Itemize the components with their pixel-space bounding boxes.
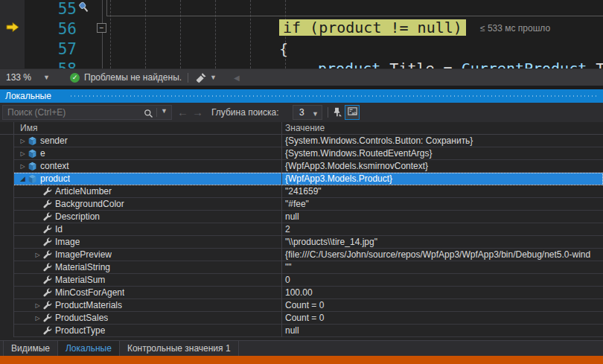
variable-row[interactable]: ▷ e {System.Windows.RoutedEventArgs} bbox=[13, 147, 603, 160]
property-icon bbox=[42, 187, 52, 197]
variable-name: Image bbox=[55, 237, 80, 247]
variable-row[interactable]: ▷ ProductMaterials Count = 0 bbox=[13, 299, 603, 312]
search-input[interactable]: Поиск (Ctrl+E) ▼ bbox=[2, 105, 172, 120]
tab-locals[interactable]: Локальные bbox=[58, 341, 120, 357]
tab-autos[interactable]: Видимые bbox=[3, 341, 58, 357]
text-format-toggle-button[interactable]: ab bbox=[345, 105, 360, 120]
variable-value[interactable]: {System.Windows.Controls.Button: Сохрани… bbox=[281, 135, 602, 147]
object-icon bbox=[28, 174, 37, 184]
property-icon bbox=[42, 237, 52, 247]
indent-guide bbox=[215, 0, 216, 68]
indent-guide bbox=[180, 0, 181, 68]
variable-row[interactable]: MaterialSum 0 bbox=[13, 274, 603, 287]
expander-icon[interactable]: ▷ bbox=[18, 163, 28, 170]
property-icon bbox=[42, 212, 52, 222]
variable-name: ArticleNumber bbox=[55, 186, 112, 197]
grid-header[interactable]: Имя Значение bbox=[0, 122, 603, 135]
variable-row[interactable]: ▷ ImagePreview {file:///C:/Users/John/so… bbox=[13, 249, 603, 261]
variable-row[interactable]: ArticleNumber "241659" bbox=[13, 185, 603, 198]
variable-value[interactable]: 2 bbox=[281, 223, 602, 235]
variable-value[interactable]: {WpfApp3.Models.Product} bbox=[281, 173, 602, 185]
variable-value[interactable]: "#fee" bbox=[281, 198, 602, 210]
search-options-caret-icon[interactable]: ▼ bbox=[161, 107, 168, 115]
variable-row[interactable]: Description null bbox=[13, 211, 603, 223]
code-editor[interactable]: 55 56 57 58 − if (product != null) ≤ 533… bbox=[0, 0, 603, 68]
property-icon bbox=[42, 199, 52, 209]
variable-value[interactable]: "241659" bbox=[281, 185, 602, 197]
variable-row[interactable]: Image "\\products\\tire_14.jpg" bbox=[13, 236, 603, 249]
line-number-55: 55 bbox=[34, 0, 77, 18]
line-number-56: 56 bbox=[34, 20, 77, 38]
indent-guide bbox=[110, 0, 111, 68]
variable-row[interactable]: ▷ ProductSales Count = 0 bbox=[13, 312, 603, 325]
object-icon bbox=[28, 149, 37, 159]
search-icon[interactable] bbox=[144, 108, 153, 121]
perf-tip[interactable]: ≤ 533 мс прошло bbox=[480, 23, 550, 33]
zoom-dropdown-caret-icon[interactable]: ▼ bbox=[43, 69, 50, 86]
current-statement-code[interactable]: if (product != null) bbox=[279, 19, 466, 36]
broom-dropdown-caret-icon[interactable]: ▼ bbox=[210, 69, 217, 86]
pin-properties-button[interactable] bbox=[331, 106, 343, 119]
variable-value[interactable]: "" bbox=[281, 261, 602, 273]
expander-icon[interactable]: ▷ bbox=[18, 138, 28, 144]
search-depth-select[interactable]: 3 ▼ bbox=[293, 105, 322, 120]
variable-name: Description bbox=[55, 211, 100, 222]
variable-name: sender bbox=[40, 135, 68, 146]
variable-row[interactable]: ◢ product {WpfApp3.Models.Product} bbox=[13, 173, 603, 185]
column-header-value[interactable]: Значение bbox=[285, 122, 325, 134]
variable-value[interactable]: Count = 0 bbox=[281, 299, 602, 311]
code-token: CurrentProduct bbox=[462, 60, 587, 68]
health-status-text[interactable]: Проблемы не найдены. bbox=[84, 69, 182, 86]
variable-value[interactable]: 0 bbox=[281, 274, 602, 286]
variable-row[interactable]: MinCostForAgent 100.00 bbox=[13, 287, 603, 299]
property-icon bbox=[42, 326, 52, 336]
hscroll-left-arrow-icon[interactable]: ◀ bbox=[234, 69, 240, 86]
column-header-name[interactable]: Имя bbox=[20, 122, 37, 134]
variable-value[interactable]: 100.00 bbox=[281, 287, 602, 298]
vs-debugger-region: 55 56 57 58 − if (product != null) ≤ 533… bbox=[0, 0, 603, 364]
code-token: .Ti bbox=[587, 60, 603, 68]
locals-grid: Имя Значение ▷ sender {System.Windows.Co… bbox=[0, 122, 603, 340]
object-icon bbox=[28, 162, 37, 171]
property-icon bbox=[42, 263, 52, 272]
code-line-58[interactable]: product.Title = CurrentProduct.Ti bbox=[318, 60, 603, 68]
variable-value[interactable]: "\\products\\tire_14.jpg" bbox=[281, 236, 602, 248]
variable-row[interactable]: Id 2 bbox=[13, 223, 603, 236]
variable-row[interactable]: ▷ sender {System.Windows.Controls.Button… bbox=[13, 135, 603, 147]
code-token: .Title = bbox=[380, 60, 461, 68]
health-check-icon[interactable]: ✓ bbox=[70, 73, 80, 83]
expander-icon[interactable]: ▷ bbox=[33, 302, 42, 309]
expander-icon[interactable]: ▷ bbox=[33, 252, 42, 258]
search-placeholder: Поиск (Ctrl+E) bbox=[7, 106, 66, 119]
tab-watch-1[interactable]: Контрольные значения 1 bbox=[120, 341, 239, 357]
variable-row[interactable]: MaterialString "" bbox=[13, 261, 603, 274]
collapse-region-toggle[interactable]: − bbox=[97, 23, 106, 33]
expander-icon[interactable]: ▷ bbox=[33, 315, 42, 322]
code-line-57[interactable]: { bbox=[279, 40, 288, 58]
variable-value[interactable]: null bbox=[281, 325, 602, 336]
variable-value[interactable]: {WpfApp3.Models.ksmirnovContext} bbox=[281, 160, 602, 172]
expander-icon[interactable]: ▷ bbox=[18, 150, 28, 157]
locals-window-titlebar[interactable]: Локальные bbox=[0, 89, 603, 103]
search-next-button[interactable]: → bbox=[192, 103, 203, 122]
code-token: product bbox=[318, 60, 380, 68]
divider bbox=[188, 73, 188, 83]
variable-row[interactable]: ProductType null bbox=[13, 325, 603, 337]
search-prev-button[interactable]: ← bbox=[177, 103, 188, 122]
expander-icon[interactable]: ◢ bbox=[18, 175, 28, 182]
cleanup-broom-icon[interactable] bbox=[195, 72, 207, 86]
variable-name: e bbox=[40, 148, 45, 159]
variable-value[interactable]: {System.Windows.RoutedEventArgs} bbox=[281, 147, 602, 159]
column-splitter[interactable] bbox=[281, 122, 282, 337]
debug-status-bar bbox=[0, 356, 603, 364]
variable-value[interactable]: {file:///C:/Users/John/source/repos/WpfA… bbox=[281, 249, 602, 261]
variable-row[interactable]: BackgroundColor "#fee" bbox=[13, 198, 603, 211]
gutter-line bbox=[13, 122, 14, 337]
editor-zoom-control[interactable]: 133 % bbox=[6, 69, 31, 86]
current-statement-arrow-icon bbox=[5, 22, 20, 36]
grid-rows: ▷ sender {System.Windows.Controls.Button… bbox=[0, 135, 603, 337]
variable-value[interactable]: null bbox=[281, 211, 602, 223]
variable-row[interactable]: ▷ context {WpfApp3.Models.ksmirnovContex… bbox=[13, 160, 603, 173]
variable-value[interactable]: Count = 0 bbox=[281, 312, 602, 324]
property-icon bbox=[42, 250, 52, 260]
